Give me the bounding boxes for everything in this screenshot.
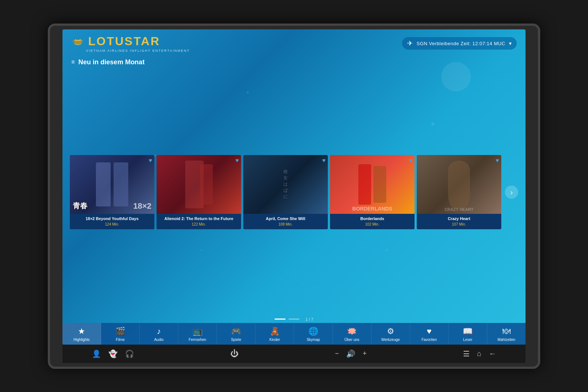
volume-controls: − 🔊 + bbox=[335, 349, 367, 358]
movie-duration-5: 107 Min. bbox=[420, 222, 498, 226]
ghost-button[interactable]: 👻 bbox=[108, 349, 118, 358]
nav-label-kinder: Kinder bbox=[269, 338, 280, 342]
vol-up-button[interactable]: + bbox=[363, 350, 367, 357]
nav-item-spiele[interactable]: 🎮 Spiele bbox=[217, 323, 255, 345]
heart-icon-3: ♥ bbox=[322, 157, 326, 164]
nav-item-werkzeuge[interactable]: ⚙ Werkzeuge bbox=[372, 323, 410, 345]
nav-label-filme: Filme bbox=[116, 338, 125, 342]
logo-text: LOTUSTAR bbox=[88, 35, 160, 48]
heart-icon-4: ♥ bbox=[409, 157, 413, 164]
heart-icon-5: ♥ bbox=[496, 157, 499, 164]
filme-icon: 🎬 bbox=[115, 327, 125, 336]
kinder-icon: 🧸 bbox=[270, 327, 280, 336]
movie-title-1: 18×2 Beyond Youthful Days bbox=[73, 216, 151, 221]
nav-label-werkzeuge: Werkzeuge bbox=[381, 338, 399, 342]
nav-label-mahlzeiten: Mahlzeiten bbox=[498, 338, 515, 342]
home-button[interactable]: ⌂ bbox=[477, 349, 481, 358]
flight-text: SGN Verbleibende Zeit: 12:07:14 MUC bbox=[416, 41, 505, 46]
next-arrow-button[interactable]: › bbox=[505, 186, 518, 199]
left-controls: 👤 👻 🎧 bbox=[92, 349, 134, 358]
nav-label-skymap: Skymap bbox=[306, 338, 320, 342]
person-button[interactable]: 👤 bbox=[92, 349, 101, 358]
back-button[interactable]: ← bbox=[489, 349, 496, 358]
section-title-row: ≡ Neu in diesem Monat bbox=[62, 56, 526, 70]
bottom-nav: ★ Highlights 🎬 Filme ♪ Audio 📺 Fernsehen… bbox=[62, 323, 526, 345]
movie-poster-2: ♥ bbox=[157, 155, 241, 214]
nav-item-mahlzeiten[interactable]: 🍽 Mahlzeiten bbox=[487, 323, 526, 345]
movie-card-1[interactable]: 青春 18×2 ♥ 18×2 Beyond Youthful Days 124 … bbox=[70, 155, 154, 229]
movies-row: 青春 18×2 ♥ 18×2 Beyond Youthful Days 124 … bbox=[70, 155, 501, 229]
highlights-icon: ★ bbox=[78, 327, 85, 336]
movie-card-4[interactable]: BORDERLANDS ♥ Borderlands 102 Min. bbox=[330, 155, 415, 229]
header: LOTUSTAR VIETNAM AIRLINES INFLIGHT ENTER… bbox=[62, 29, 526, 56]
uberuns-icon: 🪷 bbox=[347, 327, 357, 336]
werkzeuge-icon: ⚙ bbox=[387, 327, 394, 336]
audio-icon: ♪ bbox=[157, 327, 161, 336]
movie-info-5: Crazy Heart 107 Min. bbox=[417, 214, 501, 229]
nav-label-fernsehen: Fernsehen bbox=[189, 338, 206, 342]
nav-label-leser: Leser bbox=[463, 338, 472, 342]
nav-item-audio[interactable]: ♪ Audio bbox=[140, 323, 178, 345]
movie-card-3[interactable]: 彼女はばに ♥ April, Come She Will 108 Min. bbox=[243, 155, 328, 229]
spiele-icon: 🎮 bbox=[231, 327, 241, 336]
heart-icon-1: ♥ bbox=[149, 157, 153, 164]
page-dot-2 bbox=[288, 319, 300, 320]
nav-label-spiele: Spiele bbox=[231, 338, 241, 342]
chevron-down-icon: ▾ bbox=[509, 40, 512, 46]
control-bar: 👤 👻 🎧 ⏻ − 🔊 + ☰ ⌂ ← bbox=[62, 345, 526, 363]
movies-container: 青春 18×2 ♥ 18×2 Beyond Youthful Days 124 … bbox=[62, 70, 526, 315]
movie-duration-1: 124 Min. bbox=[73, 222, 151, 226]
nav-item-leser[interactable]: 📖 Leser bbox=[449, 323, 487, 345]
headphone-button[interactable]: 🎧 bbox=[125, 349, 134, 358]
movie-title-2: Alienoid 2: The Return to the Future bbox=[159, 216, 238, 221]
vol-down-button[interactable]: − bbox=[335, 350, 339, 357]
movie-duration-3: 108 Min. bbox=[246, 222, 325, 226]
movie-info-2: Alienoid 2: The Return to the Future 122… bbox=[157, 214, 241, 229]
fernsehen-icon: 📺 bbox=[193, 327, 202, 336]
nav-item-highlights[interactable]: ★ Highlights bbox=[62, 323, 101, 345]
leser-icon: 📖 bbox=[463, 327, 473, 336]
movie-title-3: April, Come She Will bbox=[246, 216, 325, 221]
movie-info-3: April, Come She Will 108 Min. bbox=[243, 214, 328, 229]
nav-label-audio: Audio bbox=[154, 338, 164, 342]
nav-item-filme[interactable]: 🎬 Filme bbox=[101, 323, 140, 345]
center-controls: ⏻ bbox=[230, 349, 239, 359]
flight-info-bar[interactable]: ✈ SGN Verbleibende Zeit: 12:07:14 MUC ▾ bbox=[402, 37, 517, 50]
logo-area: LOTUSTAR VIETNAM AIRLINES INFLIGHT ENTER… bbox=[71, 35, 190, 53]
device-frame: LOTUSTAR VIETNAM AIRLINES INFLIGHT ENTER… bbox=[48, 24, 540, 369]
nav-item-favoriten[interactable]: ♥ Favoriten bbox=[410, 323, 449, 345]
nav-item-uberuns[interactable]: 🪷 Über uns bbox=[333, 323, 372, 345]
nav-label-highlights: Highlights bbox=[74, 338, 90, 342]
nav-item-fernsehen[interactable]: 📺 Fernsehen bbox=[178, 323, 217, 345]
nav-label-uberuns: Über uns bbox=[344, 338, 359, 342]
nav-item-kinder[interactable]: 🧸 Kinder bbox=[255, 323, 294, 345]
power-button[interactable]: ⏻ bbox=[230, 349, 239, 359]
screen: LOTUSTAR VIETNAM AIRLINES INFLIGHT ENTER… bbox=[62, 29, 526, 345]
nav-label-favoriten: Favoriten bbox=[422, 338, 437, 342]
movie-poster-4: BORDERLANDS ♥ bbox=[330, 155, 415, 214]
page-dot-1 bbox=[275, 319, 286, 320]
heart-icon-2: ♥ bbox=[236, 157, 239, 164]
menu-button[interactable]: ☰ bbox=[463, 349, 470, 358]
page-indicator: 1 / 7 bbox=[305, 317, 313, 321]
movie-title-5: Crazy Heart bbox=[420, 216, 498, 221]
vol-icon: 🔊 bbox=[346, 349, 355, 358]
movie-info-4: Borderlands 102 Min. bbox=[330, 214, 415, 229]
pagination: 1 / 7 bbox=[62, 315, 526, 323]
nav-item-skymap[interactable]: 🌐 Skymap bbox=[294, 323, 333, 345]
airplane-icon: ✈ bbox=[407, 39, 413, 47]
movie-info-1: 18×2 Beyond Youthful Days 124 Min. bbox=[70, 214, 154, 229]
right-controls: ☰ ⌂ ← bbox=[463, 349, 496, 358]
movie-poster-3: 彼女はばに ♥ bbox=[243, 155, 328, 214]
mahlzeiten-icon: 🍽 bbox=[502, 327, 510, 336]
movie-title-4: Borderlands bbox=[333, 216, 412, 221]
movie-card-2[interactable]: ♥ Alienoid 2: The Return to the Future 1… bbox=[157, 155, 241, 229]
logo-subtitle: VIETNAM AIRLINES INFLIGHT ENTERTAINMENT bbox=[71, 49, 190, 53]
movie-poster-1: 青春 18×2 ♥ bbox=[70, 155, 154, 214]
favoriten-icon: ♥ bbox=[427, 327, 431, 336]
movie-card-5[interactable]: CRAZY HEART ♥ Crazy Heart 107 Min. bbox=[417, 155, 501, 229]
movie-poster-5: CRAZY HEART ♥ bbox=[417, 155, 501, 214]
movie-duration-2: 122 Min. bbox=[159, 222, 238, 226]
movie-duration-4: 102 Min. bbox=[333, 222, 412, 226]
section-label: Neu in diesem Monat bbox=[78, 58, 144, 66]
